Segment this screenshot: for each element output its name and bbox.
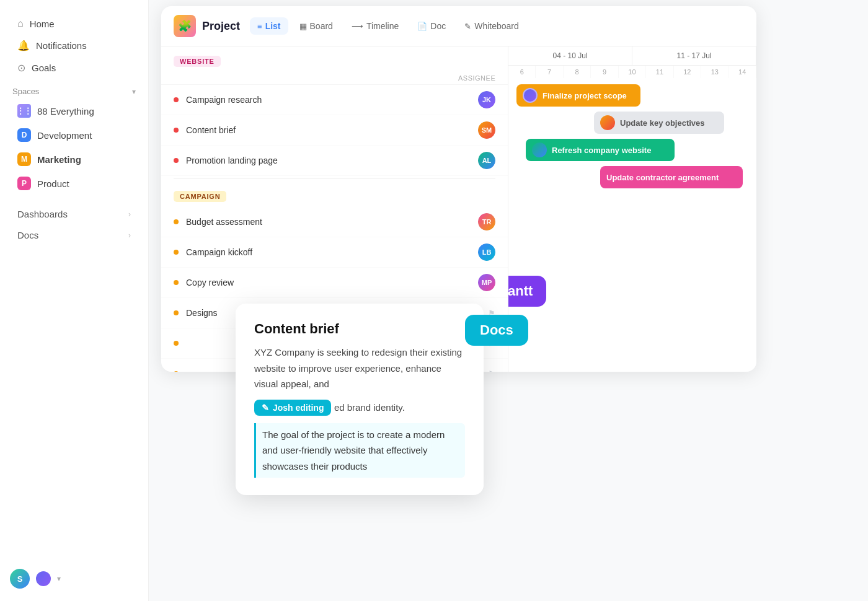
- sidebar-item-docs[interactable]: Docs ›: [5, 225, 143, 245]
- task-dot-yellow2: [174, 250, 179, 255]
- gantt-header: 04 - 10 Jul 11 - 17 Jul: [508, 46, 756, 66]
- task-name: Campaign research: [186, 95, 478, 105]
- doc-icon: 📄: [417, 22, 427, 31]
- sidebar-item-development[interactable]: D Development: [5, 123, 143, 147]
- gantt-bar-finalize[interactable]: Finalize project scope: [516, 84, 640, 107]
- card-header: 🧩 Project ≡ List ▦ Board ⟶ Timeline 📄 Do…: [161, 6, 756, 46]
- gantt-bar-finalize-label: Finalize project scope: [542, 91, 627, 100]
- task-row-campaign-kickoff[interactable]: Campaign kickoff LB: [161, 237, 508, 268]
- josh-editing-badge: ✎ Josh editing: [254, 400, 331, 416]
- task-row-content-brief[interactable]: Content brief SM: [161, 115, 508, 146]
- sidebar-item-marketing[interactable]: M Marketing: [5, 147, 143, 171]
- whiteboard-icon: ✎: [464, 22, 471, 31]
- task-row-campaign-research[interactable]: Campaign research JK: [161, 85, 508, 115]
- sidebar-item-notifications[interactable]: 🔔 Notifications: [5, 35, 143, 56]
- dashboards-label: Dashboards: [17, 209, 122, 219]
- task-dot-red2: [174, 128, 179, 133]
- task-dot-red3: [174, 158, 179, 163]
- gantt-week2: 11 - 17 Jul: [632, 46, 756, 65]
- user-avatar-s: S: [10, 569, 30, 589]
- divider: [174, 178, 495, 179]
- timeline-icon: ⟶: [352, 22, 363, 31]
- sidebar-notifications-label: Notifications: [36, 40, 87, 51]
- gantt-bar-contractor[interactable]: Update contractor agreement: [600, 166, 743, 188]
- project-icon: 🧩: [174, 15, 196, 37]
- tab-list[interactable]: ≡ List: [250, 17, 288, 35]
- flag-icon-e2: ⚑: [488, 369, 495, 372]
- sidebar-item-product[interactable]: P Product: [5, 172, 143, 195]
- gantt-tooltip-label: Gantt: [508, 283, 533, 299]
- task-avatar: JK: [478, 91, 495, 108]
- everything-icon: ⋮⋮: [17, 104, 31, 118]
- product-icon: P: [17, 177, 31, 190]
- gantt-day-8: 8: [564, 66, 591, 78]
- task-avatar6: MP: [478, 274, 495, 291]
- campaign-group-header: CAMPAIGN: [161, 182, 508, 207]
- gantt-body: Finalize project scope Update key object…: [508, 78, 756, 200]
- gantt-panel: 04 - 10 Jul 11 - 17 Jul 6 7 8 9 10 11 12…: [508, 46, 756, 372]
- gantt-week1: 04 - 10 Jul: [508, 46, 632, 65]
- docs-label: Docs: [17, 230, 122, 240]
- tab-doc[interactable]: 📄 Doc: [410, 17, 453, 35]
- docs-middle-text: ed brand identity.: [334, 402, 405, 413]
- docs-tooltip: Docs: [465, 315, 528, 346]
- task-row-copy-review[interactable]: Copy review MP: [161, 268, 508, 298]
- gantt-day-13: 13: [701, 66, 728, 78]
- chevron-right-icon-docs: ›: [128, 231, 131, 240]
- marketing-icon: M: [17, 152, 31, 166]
- tab-timeline[interactable]: ⟶ Timeline: [344, 17, 406, 35]
- gantt-bar-contractor-label: Update contractor agreement: [606, 173, 719, 182]
- task-avatar3: AL: [478, 152, 495, 169]
- sidebar-item-home[interactable]: ⌂ Home: [5, 13, 143, 34]
- pencil-icon: ✎: [262, 403, 269, 413]
- gantt-bar-update-label: Update key objectives: [620, 118, 705, 128]
- gantt-tooltip: Gantt: [508, 276, 546, 307]
- user-area: S ▾: [0, 569, 148, 589]
- task-dot-red: [174, 97, 179, 102]
- task-row-budget[interactable]: Budget assessment TR: [161, 207, 508, 237]
- sidebar-everything-label: 88 Everything: [37, 106, 94, 116]
- gantt-bar-refresh[interactable]: Refresh company website: [526, 139, 675, 161]
- docs-goal-text: The goal of the project is to create a m…: [254, 423, 465, 478]
- trophy-icon: ⊙: [17, 62, 25, 74]
- task-row-promotion[interactable]: Promotion landing page AL: [161, 146, 508, 176]
- sidebar-item-dashboards[interactable]: Dashboards ›: [5, 204, 143, 224]
- bell-icon: 🔔: [17, 40, 30, 51]
- col-headers-website: ASSIGNEE: [161, 72, 508, 85]
- sidebar-item-goals[interactable]: ⊙ Goals: [5, 57, 143, 79]
- docs-card: Content brief XYZ Company is seeking to …: [236, 304, 484, 495]
- gantt-day-7: 7: [536, 66, 563, 78]
- task-avatar2: SM: [478, 121, 495, 139]
- list-icon: ≡: [257, 22, 262, 31]
- docs-title: Content brief: [254, 321, 465, 337]
- task-dot-e1: [174, 341, 179, 346]
- chevron-right-icon: ›: [128, 210, 131, 219]
- gantt-day-11: 11: [646, 66, 673, 78]
- task-name4: Budget assessment: [186, 217, 478, 227]
- gantt-day-12: 12: [674, 66, 701, 78]
- gantt-day-9: 9: [591, 66, 618, 78]
- task-name2: Content brief: [186, 125, 478, 135]
- spaces-label: Spaces: [12, 87, 39, 96]
- sidebar-development-label: Development: [37, 130, 92, 141]
- sidebar-item-everything[interactable]: ⋮⋮ 88 Everything: [5, 99, 143, 123]
- website-group-header: WEBSITE: [161, 46, 508, 72]
- tab-board[interactable]: ▦ Board: [292, 17, 340, 35]
- home-icon: ⌂: [17, 18, 24, 29]
- docs-intro-text: XYZ Company is seeking to redesign their…: [254, 344, 465, 392]
- gantt-day-14: 14: [729, 66, 756, 78]
- gantt-days: 6 7 8 9 10 11 12 13 14: [508, 66, 756, 78]
- task-avatar5: LB: [478, 243, 495, 261]
- spaces-section: Spaces ▾: [0, 79, 148, 99]
- tab-whiteboard[interactable]: ✎ Whiteboard: [457, 17, 526, 35]
- campaign-badge: CAMPAIGN: [174, 191, 226, 202]
- task-dot-yellow4: [174, 310, 179, 315]
- gantt-day-6: 6: [508, 66, 536, 78]
- task-name3: Promotion landing page: [186, 156, 478, 165]
- user-chevron-icon: ▾: [57, 574, 61, 583]
- gantt-bar-update[interactable]: Update key objectives: [594, 112, 724, 134]
- task-dot-e2: [174, 371, 179, 372]
- docs-tooltip-label: Docs: [480, 322, 513, 338]
- josh-editing-label: Josh editing: [273, 403, 324, 413]
- task-dot-yellow3: [174, 280, 179, 285]
